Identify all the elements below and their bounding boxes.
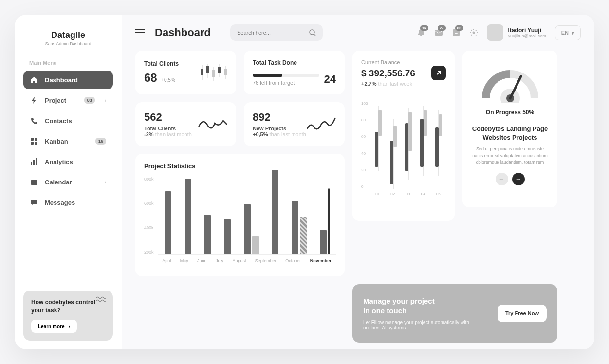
total-clients-card: Total Clients 68 +0,5%: [135, 51, 236, 94]
main-nav: DashboardProject83›ContactsKanban16Analy…: [23, 71, 113, 214]
user-name: Itadori Yuuji: [508, 27, 546, 34]
nav-label: Contacts: [45, 117, 72, 125]
chart-title: Project Statistics: [144, 163, 336, 170]
phone-icon: [30, 117, 38, 125]
nav-item-kanban[interactable]: Kanban16: [23, 132, 113, 150]
delta-sub: than last month: [155, 131, 192, 137]
nav-badge: 83: [84, 97, 95, 104]
content-grid: Total Clients 68 +0,5% Total Task Done: [135, 51, 581, 343]
search-input[interactable]: [237, 30, 309, 36]
svg-rect-3: [35, 142, 37, 145]
middle-column: Current Balance $ 392,556.76 +2.7% than …: [352, 51, 455, 276]
sparkline-icon: [307, 114, 336, 134]
promo2-title: Manage your projectin one touch: [363, 296, 475, 316]
x-axis: AprilMayJuneJulyAugustSeptemberOctoberNo…: [144, 258, 336, 263]
calendar-icon: [30, 178, 38, 186]
svg-rect-5: [33, 160, 35, 165]
delta-value: +0,5%: [253, 131, 268, 137]
chevron-right-icon: ›: [68, 324, 70, 329]
search-icon: [309, 29, 316, 36]
menu-toggle-button[interactable]: [135, 29, 145, 36]
svg-rect-21: [218, 67, 221, 73]
task-done-card: Total Task Done 76 left from target 24: [244, 51, 345, 94]
header-icons: 16 27 83 Itadori Yuuji yuujik: [417, 24, 581, 41]
expand-button[interactable]: [431, 66, 446, 80]
brand-title: Datagile: [23, 30, 113, 40]
topbar: Dashboard 16 27 83: [135, 24, 581, 41]
chart-menu-button[interactable]: ⋮: [328, 163, 336, 172]
balance-delta: +2.7%: [361, 81, 377, 87]
balance-candles: [370, 101, 446, 189]
balance-card: Current Balance $ 392,556.76 +2.7% than …: [352, 51, 455, 221]
svg-rect-9: [31, 200, 37, 204]
chevron-right-icon: ›: [105, 180, 106, 185]
gauge-card: On Progress 50% Codebytes Landing Page W…: [462, 51, 557, 207]
app-shell: Datagile Saas Admin Dashboard Main Menu …: [15, 15, 594, 349]
stat-label: Total Task Done: [253, 59, 336, 66]
bell-badge: 16: [420, 25, 428, 31]
stat-label: Total Clients: [144, 60, 179, 67]
gauge-icon: [476, 59, 544, 103]
main-area: Dashboard 16 27 83: [122, 15, 594, 349]
stat-label: Total Clients: [144, 126, 192, 131]
nav-item-dashboard[interactable]: Dashboard: [23, 71, 113, 89]
clients-562-card: 562 Total Clients -2% than last month: [135, 102, 236, 146]
svg-point-10: [310, 30, 314, 35]
left-column: Total Clients 68 +0,5% Total Task Done: [135, 51, 345, 276]
bell-button[interactable]: 16: [417, 28, 425, 37]
gauge-project-title: Codebytes Landing Page Websites Projects: [471, 125, 549, 142]
manage-project-promo: Manage your projectin one touch Let Fill…: [352, 284, 557, 343]
svg-rect-8: [31, 180, 37, 181]
balance-delta-sub: than last week: [378, 81, 412, 87]
right-column: On Progress 50% Codebytes Landing Page W…: [462, 51, 557, 276]
nav-label: Kanban: [45, 138, 68, 145]
new-projects-card: 892 New Projects +0,5% than last month: [244, 102, 345, 146]
balance-x-axis: 0102030405: [361, 192, 446, 196]
chart-bars: [158, 177, 336, 255]
nav-item-project[interactable]: Project83›: [23, 91, 113, 109]
project-statistics-card: Project Statistics ⋮ 800k600k400k200k Ap…: [135, 154, 345, 276]
prev-button[interactable]: ←: [496, 173, 508, 185]
progress-bar: [253, 74, 319, 77]
gauge-project-desc: Sed ut perspiciatis unde omnis iste natu…: [471, 146, 549, 166]
settings-button[interactable]: [469, 28, 478, 37]
svg-rect-2: [31, 142, 34, 145]
nav-item-calendar[interactable]: Calendar›: [23, 173, 113, 191]
menu-section-label: Main Menu: [23, 60, 113, 66]
svg-rect-18: [201, 69, 203, 75]
grid-icon: [30, 137, 38, 145]
mail-button[interactable]: 27: [434, 28, 443, 37]
nav-item-contacts[interactable]: Contacts: [23, 111, 113, 130]
balance-value: $ 392,556.76: [361, 68, 415, 79]
promo2-subtitle: Let Fillow manage your project automatic…: [363, 320, 475, 330]
svg-rect-4: [31, 162, 32, 165]
nav-item-analytics[interactable]: Analytics: [23, 152, 113, 171]
search-box[interactable]: [230, 24, 323, 41]
next-button[interactable]: →: [512, 173, 525, 185]
language-select[interactable]: EN ▾: [555, 25, 581, 40]
task-value: 24: [324, 73, 336, 86]
stat-value: 68: [144, 71, 157, 85]
user-profile[interactable]: Itadori Yuuji yuujikun@mail.com: [487, 24, 546, 41]
promo-title: How codebytes control your task?: [31, 298, 105, 315]
delta-sub: than last month: [270, 131, 306, 137]
nav-item-messages[interactable]: Messages: [23, 193, 113, 212]
candlestick-icon: [198, 63, 227, 82]
balance-label: Current Balance: [361, 59, 415, 65]
wave-icon: [96, 296, 106, 302]
bars-icon: [30, 158, 38, 165]
bottom-row: Manage your projectin one touch Let Fill…: [352, 284, 557, 343]
chat-icon: [30, 199, 38, 206]
stat-delta: +0,5%: [161, 77, 175, 83]
inbox-button[interactable]: 83: [452, 28, 461, 37]
nav-label: Project: [45, 97, 66, 104]
home-icon: [30, 76, 38, 84]
sparkline-icon: [198, 114, 227, 134]
brand-subtitle: Saas Admin Dashboard: [23, 41, 113, 46]
learn-more-button[interactable]: Learn more ›: [31, 320, 77, 333]
try-free-button[interactable]: Try Free Now: [498, 305, 547, 322]
svg-rect-1: [35, 138, 37, 141]
inbox-badge: 83: [455, 25, 463, 31]
chevron-down-icon: ▾: [572, 30, 574, 36]
svg-rect-19: [206, 66, 209, 73]
